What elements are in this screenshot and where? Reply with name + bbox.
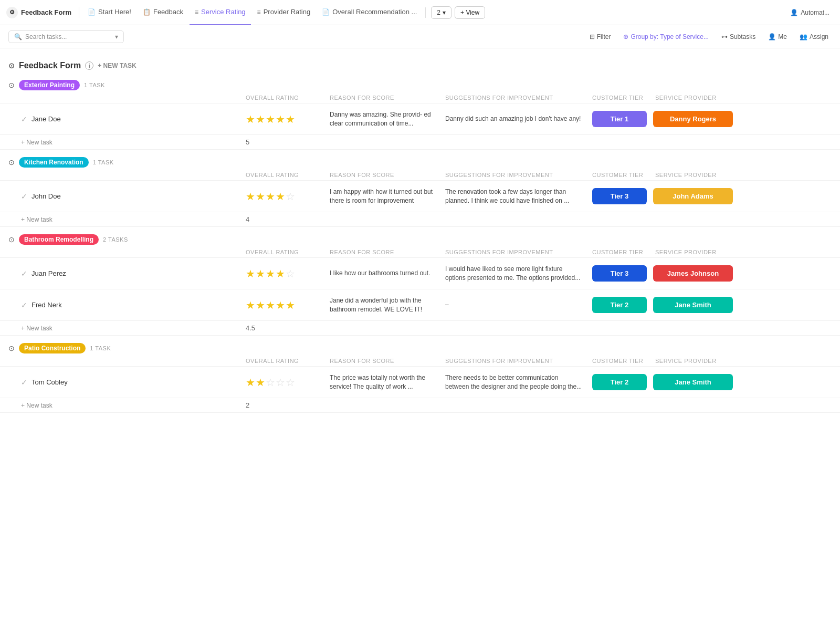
filled-star: ★ <box>246 113 255 126</box>
service-provider-cell: James Johnson <box>651 265 735 282</box>
user-icon: 👤 <box>790 9 798 16</box>
assign-button[interactable]: 👥 Assign <box>796 32 832 42</box>
me-button[interactable]: 👤 Me <box>765 32 790 42</box>
filter-button[interactable]: ⊟ Filter <box>586 32 614 42</box>
col-overall-rating: OVERALL RATING <box>242 172 326 178</box>
me-label: Me <box>778 33 787 40</box>
info-icon[interactable]: i <box>85 61 93 70</box>
provider-badge: Jane Smith <box>653 374 733 390</box>
main-content: ⊙ Feedback Form i + NEW TASK ⊙ Exterior … <box>0 48 840 423</box>
table-row: ✓ Tom Cobley ★★☆☆☆ The price was totally… <box>0 367 840 398</box>
new-task-link[interactable]: + New task <box>21 402 52 409</box>
task-name: ✓ Juan Perez <box>21 269 242 278</box>
tier-badge: Tier 1 <box>592 111 647 127</box>
filled-star: ★ <box>256 190 265 203</box>
chevron-down-icon: ▾ <box>443 9 446 16</box>
service-provider-cell: Danny Rogers <box>651 111 735 127</box>
feedback-icon: 📋 <box>143 8 151 16</box>
col-suggestions: SUGGESTIONS FOR IMPROVEMENT <box>441 249 588 255</box>
group-task-count-bathroom-remodelling: 2 TASKS <box>103 236 128 243</box>
new-task-link[interactable]: + New task <box>21 139 52 146</box>
check-icon[interactable]: ✓ <box>21 115 27 123</box>
customer-tier-cell: Tier 3 <box>588 188 651 204</box>
group-tag-exterior-painting: Exterior Painting <box>19 80 80 90</box>
filled-star: ★ <box>286 113 295 126</box>
filled-star: ★ <box>246 190 255 203</box>
star-rating: ★★★★★ <box>242 299 326 311</box>
app-logo: ⚙ Feedback Form <box>6 7 71 18</box>
check-icon[interactable]: ✓ <box>21 378 27 387</box>
provider-badge: Jane Smith <box>653 297 733 313</box>
task-person-name: Tom Cobley <box>32 378 68 386</box>
star-rating: ★★★★☆ <box>242 190 326 203</box>
task-person-name: Jane Doe <box>32 115 61 123</box>
search-box[interactable]: 🔍 Search tasks... ▾ <box>8 30 124 43</box>
new-task-row: + New task 5 <box>0 135 840 150</box>
toolbar-right: ⊟ Filter ⊕ Group by: Type of Service... … <box>586 32 832 42</box>
check-icon[interactable]: ✓ <box>21 269 27 278</box>
tab-feedback[interactable]: 📋 Feedback <box>138 0 188 25</box>
tab-feedback-label: Feedback <box>153 8 183 16</box>
tier-badge: Tier 2 <box>592 374 647 390</box>
check-icon[interactable]: ✓ <box>21 192 27 201</box>
automate-button[interactable]: 👤 Automat... <box>786 7 834 18</box>
filled-star: ★ <box>276 299 285 311</box>
table-row: ✓ Juan Perez ★★★★☆ I like how our bathro… <box>0 258 840 289</box>
group-by-button[interactable]: ⊕ Group by: Type of Service... <box>620 32 712 42</box>
filled-star: ★ <box>276 190 285 203</box>
subtasks-label: Subtasks <box>730 33 755 40</box>
new-task-button[interactable]: + NEW TASK <box>98 62 136 69</box>
col-provider: SERVICE PROVIDER <box>651 172 735 178</box>
nav-divider <box>79 7 79 18</box>
col-tier: CUSTOMER TIER <box>588 249 651 255</box>
task-person-name: Fred Nerk <box>32 301 62 309</box>
check-icon[interactable]: ✓ <box>21 301 27 309</box>
new-task-link[interactable]: + New task <box>21 216 52 223</box>
col-overall-rating: OVERALL RATING <box>242 95 326 101</box>
task-name: ✓ John Doe <box>21 192 242 201</box>
search-chevron-icon: ▾ <box>115 33 118 40</box>
col-reason: REASON FOR SCORE <box>326 249 441 255</box>
group-task-count-kitchen-renovation: 1 TASK <box>93 159 114 165</box>
col-tier: CUSTOMER TIER <box>588 358 651 364</box>
view-count: 2 <box>437 9 440 16</box>
col-overall-rating: OVERALL RATING <box>242 358 326 364</box>
tab-provider-rating[interactable]: ≡ Provider Rating <box>252 0 316 25</box>
group-header-patio-construction: ⊙ Patio Construction 1 TASK <box>0 338 840 356</box>
form-header: ⊙ Feedback Form i + NEW TASK <box>0 57 840 75</box>
service-rating-icon: ≡ <box>195 8 198 16</box>
add-view-button[interactable]: + View <box>455 6 485 19</box>
subtasks-button[interactable]: ⊶ Subtasks <box>718 32 759 42</box>
group-collapse-kitchen-renovation[interactable]: ⊙ <box>8 158 15 167</box>
tab-provider-rating-label: Provider Rating <box>264 8 311 16</box>
suggestions-text: – <box>441 300 588 309</box>
group-collapse-patio-construction[interactable]: ⊙ <box>8 344 15 352</box>
col-headers-patio-construction: OVERALL RATING REASON FOR SCORE SUGGESTI… <box>0 356 840 367</box>
filled-star: ★ <box>266 267 275 280</box>
search-icon: 🔍 <box>14 33 22 40</box>
new-task-link[interactable]: + New task <box>21 325 52 332</box>
col-headers-bathroom-remodelling: OVERALL RATING REASON FOR SCORE SUGGESTI… <box>0 247 840 258</box>
collapse-button[interactable]: ⊙ <box>8 61 15 70</box>
group-collapse-bathroom-remodelling[interactable]: ⊙ <box>8 235 15 244</box>
tab-overall-recommendation[interactable]: 📄 Overall Recommendation ... <box>317 0 422 25</box>
filled-star: ★ <box>276 113 285 126</box>
filled-star: ★ <box>256 267 265 280</box>
group-collapse-exterior-painting[interactable]: ⊙ <box>8 81 15 89</box>
groups-container: ⊙ Exterior Painting 1 TASK OVERALL RATIN… <box>0 75 840 413</box>
task-person-name: Juan Perez <box>32 269 66 277</box>
filled-star: ★ <box>266 113 275 126</box>
suggestions-text: Danny did such an amazing job I don't ha… <box>441 115 588 123</box>
col-headers-kitchen-renovation: OVERALL RATING REASON FOR SCORE SUGGESTI… <box>0 170 840 181</box>
group-task-count-exterior-painting: 1 TASK <box>84 82 105 88</box>
service-provider-cell: Jane Smith <box>651 297 735 313</box>
view-count-button[interactable]: 2 ▾ <box>431 6 452 19</box>
empty-star: ☆ <box>286 190 295 203</box>
tab-start-here[interactable]: 📄 Start Here! <box>82 0 136 25</box>
group-tag-kitchen-renovation: Kitchen Renovation <box>19 157 89 168</box>
tab-service-rating[interactable]: ≡ Service Rating <box>190 0 251 25</box>
provider-badge: Danny Rogers <box>653 111 733 127</box>
filled-star: ★ <box>266 299 275 311</box>
group-task-count-patio-construction: 1 TASK <box>90 345 111 351</box>
table-row: ✓ Fred Nerk ★★★★★ Jane did a wonderful j… <box>0 289 840 321</box>
